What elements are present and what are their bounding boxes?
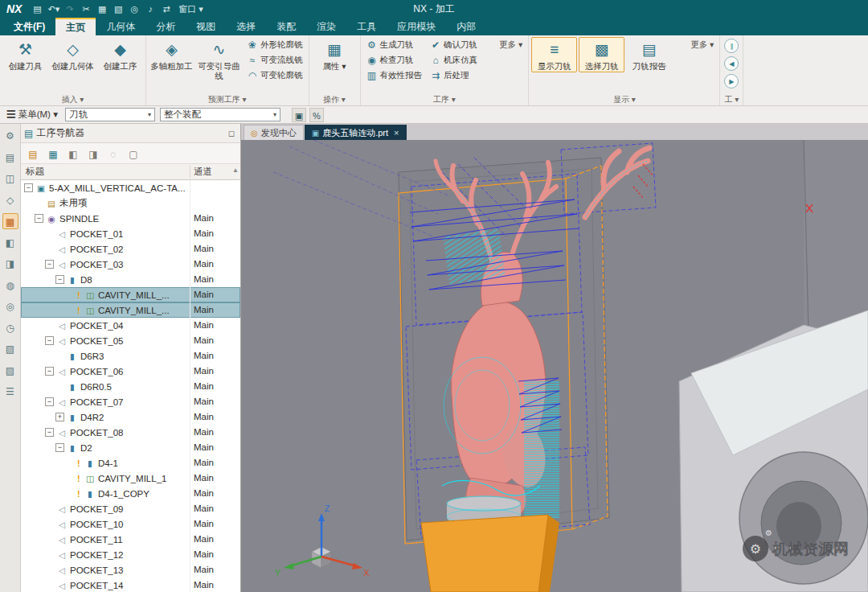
cut-icon[interactable]: ✂	[79, 0, 93, 18]
panel-options-button[interactable]: ◻	[226, 129, 237, 138]
ribbon-group-label-display[interactable]: 显示 ▾	[531, 94, 717, 105]
tree-row[interactable]: −◁POCKET_07Main	[21, 394, 240, 409]
tree-row[interactable]: ▮D6R3Main	[21, 348, 240, 364]
tree-expander[interactable]: −	[45, 367, 54, 376]
tab-discovery-center[interactable]: ◎发现中心	[244, 125, 304, 140]
ribbon-group-label-insert[interactable]: 插入 ▾	[2, 94, 143, 105]
system-scenes-icon[interactable]: ☰	[2, 384, 18, 400]
tree-expander[interactable]: −	[55, 443, 64, 452]
reuse-library-icon[interactable]: ◨	[2, 256, 18, 272]
menu-tab-内部[interactable]: 内部	[446, 18, 486, 35]
confirm-toolpath-button[interactable]: ✔确认刀轨	[427, 37, 481, 52]
tree-row[interactable]: ◁POCKET_13Main	[21, 562, 240, 578]
multi-axis-rough-button[interactable]: ◈多轴粗加工	[149, 37, 194, 72]
copy-icon[interactable]: ▦	[95, 0, 109, 18]
tree-row[interactable]: !◫CAVITY_MILL_...Main	[21, 302, 240, 318]
microphone-icon[interactable]: ♪	[143, 0, 158, 18]
ribbon-group-label-simulation-control[interactable]: 工 ▾	[723, 94, 740, 105]
tree-scroll-up[interactable]: ▲	[232, 166, 239, 174]
tree-row[interactable]: +▮D4R2Main	[21, 409, 240, 425]
more-display-button[interactable]: 更多 ▾	[674, 37, 717, 52]
window-menu-button[interactable]: 窗口 ▾	[178, 3, 203, 15]
tree-row[interactable]: ◁POCKET_02Main	[21, 241, 240, 257]
menu-tab-渲染[interactable]: 渲染	[306, 18, 346, 35]
machine-tool-view-icon[interactable]: ▦	[44, 146, 62, 162]
tree-row[interactable]: !▮D4-1Main	[21, 455, 240, 471]
web-browser-icon[interactable]: ◎	[2, 298, 18, 314]
validity-report-button[interactable]: ▥有效性报告	[363, 68, 426, 83]
tree-row[interactable]: −◉SPINDLEMain	[21, 211, 240, 226]
snap-point-icon[interactable]: ▣	[292, 108, 306, 122]
menu-tab-主页[interactable]: 主页	[55, 18, 96, 35]
manufacturing-wizards-icon[interactable]: ▨	[2, 363, 18, 379]
tree-row[interactable]: ▮D6R0.5Main	[21, 379, 240, 394]
tree-expander[interactable]: −	[45, 260, 54, 269]
verify-toolpath-button[interactable]: ◉检查刀轨	[363, 52, 426, 68]
program-order-view-icon[interactable]: ▤	[24, 146, 42, 162]
tree-row[interactable]: !◫CAVITY_MILL_...Main	[21, 287, 240, 302]
tree-expander[interactable]: −	[45, 428, 54, 437]
assembly-navigator-icon[interactable]: ▤	[2, 150, 18, 166]
menu-tab-应用模块[interactable]: 应用模块	[387, 18, 446, 35]
paste-icon[interactable]: ▧	[111, 0, 125, 18]
selection-filter-icon[interactable]: %	[309, 108, 324, 122]
history-icon[interactable]: ◷	[2, 320, 18, 336]
method-view-icon[interactable]: ◨	[84, 146, 102, 162]
ribbon-group-label-operation[interactable]: 工序 ▾	[363, 94, 526, 105]
touch-mode-icon[interactable]: ⇄	[159, 0, 174, 18]
tree-row[interactable]: ◁POCKET_11Main	[21, 532, 240, 547]
column-header-title[interactable]: 标题	[21, 166, 190, 178]
tree-expander[interactable]: −	[45, 336, 54, 345]
tree-row[interactable]: ◁POCKET_14Main	[21, 578, 240, 592]
create-geometry-button[interactable]: ◇创建几何体	[50, 37, 96, 72]
tree-expander[interactable]: −	[35, 214, 43, 223]
export-list-icon[interactable]: ▢	[125, 146, 142, 162]
variable-guide-curve-button[interactable]: ∿可变引导曲线	[196, 37, 242, 82]
menu-tab-分析[interactable]: 分析	[145, 18, 186, 35]
machine-simulation-button[interactable]: ⌂机床仿真	[427, 52, 481, 68]
process-studio-icon[interactable]: ▧	[2, 341, 18, 357]
machine-tool-navigator-icon[interactable]: ◧	[2, 235, 18, 251]
variable-streamline-mill-button[interactable]: ≈可变流线铣	[244, 52, 306, 68]
step-back-button[interactable]: ◀	[724, 56, 739, 71]
menu-tab-工具[interactable]: 工具	[346, 18, 387, 35]
more-operation-button[interactable]: 更多 ▾	[482, 37, 526, 52]
menu-tab-视图[interactable]: 视图	[186, 18, 226, 35]
redo-icon[interactable]: ↷	[63, 0, 77, 18]
post-process-button[interactable]: ⇉后处理	[427, 68, 481, 83]
select-toolpath-button[interactable]: ▩选择刀轨	[579, 37, 624, 72]
menu-tab-装配[interactable]: 装配	[266, 18, 306, 35]
undo-icon[interactable]: ↶▾	[46, 0, 61, 18]
tree-row[interactable]: −◁POCKET_06Main	[21, 364, 240, 379]
tree-row[interactable]: −◁POCKET_03Main	[21, 257, 240, 272]
tree-row[interactable]: ◁POCKET_09Main	[21, 501, 240, 516]
part-navigator-icon[interactable]: ◇	[2, 192, 18, 208]
tree-row[interactable]: −◁POCKET_05Main	[21, 333, 240, 348]
tree-expander[interactable]: −	[45, 397, 54, 406]
tree-expander[interactable]: −	[55, 275, 64, 284]
menu-button[interactable]: ☰ 菜单(M) ▾	[4, 109, 60, 121]
hd3d-tools-icon[interactable]: ◍	[2, 278, 18, 294]
step-forward-button[interactable]: ▶	[724, 74, 739, 88]
tree-row[interactable]: !◫CAVITY_MILL_1Main	[21, 471, 240, 486]
create-operation-button[interactable]: ◆创建工序	[97, 37, 143, 72]
scope-filter-combo[interactable]: 整个装配▾	[160, 108, 280, 121]
ribbon-group-label-predict-operation[interactable]: 预测工序 ▾	[149, 94, 306, 105]
variable-contour-mill-button[interactable]: ◠可变轮廓铣	[244, 68, 306, 83]
tree-row[interactable]: −▮D8Main	[21, 272, 240, 287]
operation-navigator-icon[interactable]: ▦	[2, 213, 18, 229]
find-object-icon[interactable]: ◌	[104, 146, 122, 162]
viewport-canvas[interactable]: Z X Y ⚙ ⚙ 机械资源网	[241, 140, 868, 592]
menu-tab-几何体[interactable]: 几何体	[96, 18, 145, 35]
type-filter-combo[interactable]: 刀轨▾	[65, 108, 155, 121]
tab-close-button[interactable]: ×	[391, 128, 399, 138]
constraint-navigator-icon[interactable]: ◫	[2, 171, 18, 187]
generate-toolpath-button[interactable]: ⚙生成刀轨	[363, 37, 426, 52]
tree-expander[interactable]: +	[55, 413, 64, 421]
tree-row[interactable]: ◁POCKET_01Main	[21, 226, 240, 241]
tree-row[interactable]: ◁POCKET_12Main	[21, 547, 240, 562]
tree-row[interactable]: ◁POCKET_10Main	[21, 516, 240, 532]
menu-tab-选择[interactable]: 选择	[226, 18, 266, 35]
tree-row[interactable]: −▣5-AX_MILL_VERTICAL_AC-TA...	[21, 180, 240, 195]
tab-part-file[interactable]: ▣鹿头五轴连动.prt×	[305, 125, 407, 140]
